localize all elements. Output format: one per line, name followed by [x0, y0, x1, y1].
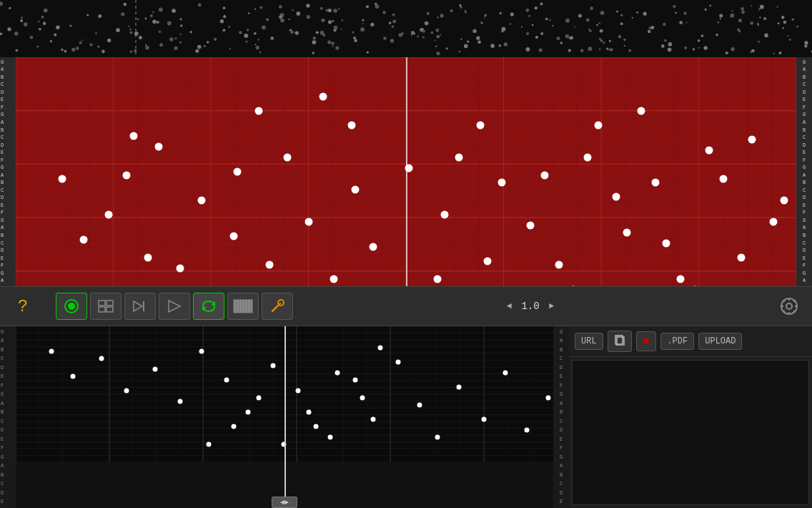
tempo-right-arrow[interactable]: ►: [546, 300, 557, 313]
svg-rect-10: [237, 300, 239, 313]
play-button[interactable]: [159, 293, 190, 320]
mini-roll[interactable]: GABCD EFGAB CDEFG ABCDE GABCD EFGAB CDEF…: [0, 326, 569, 508]
svg-rect-4: [99, 307, 105, 312]
record-dot-button[interactable]: ●: [636, 331, 657, 351]
mini-playhead: [284, 326, 286, 497]
svg-rect-13: [245, 300, 247, 313]
piano-roll-grid[interactable]: [16, 57, 796, 286]
scroll-handle[interactable]: ◄►: [272, 497, 297, 508]
scroll-arrows-icon: ◄►: [280, 499, 289, 507]
panel-buttons: URL ● .PDF UPLOAD: [569, 326, 812, 357]
help-button[interactable]: ?: [7, 293, 39, 320]
play-step-button[interactable]: [124, 293, 156, 320]
tempo-value: 1.0: [518, 301, 543, 312]
clip-button[interactable]: [608, 331, 632, 352]
svg-marker-8: [169, 301, 180, 312]
svg-rect-9: [234, 300, 236, 313]
svg-line-18: [279, 303, 281, 305]
bottom-section: GABCD EFGAB CDEFG ABCDE GABCD EFGAB CDEF…: [0, 326, 812, 508]
record-button[interactable]: [56, 293, 87, 320]
wrench-button[interactable]: [262, 293, 293, 320]
pdf-button[interactable]: .PDF: [660, 333, 694, 350]
piano-button[interactable]: [227, 293, 259, 320]
svg-rect-2: [99, 301, 105, 306]
main-piano-roll[interactable]: GABCD EFGAB CDEFG ABCDE FGABC DEFGA GABC…: [0, 57, 812, 286]
tempo-left-arrow[interactable]: ◄: [504, 300, 515, 313]
upload-button[interactable]: UPLOAD: [698, 333, 742, 350]
svg-marker-6: [134, 301, 142, 311]
note-labels-left: GABCD EFGAB CDEFG ABCDE FGABC DEFGA: [0, 57, 16, 286]
settings-button[interactable]: [773, 293, 805, 320]
svg-point-19: [786, 303, 792, 309]
svg-rect-11: [239, 300, 242, 313]
note-labels-right: GABCD EFGAB CDEFG ABCDE FGABC DEFGA: [796, 57, 812, 286]
svg-rect-15: [251, 300, 252, 313]
loop-button[interactable]: [193, 293, 224, 320]
tempo-control: ◄ 1.0 ►: [504, 300, 557, 313]
svg-point-1: [68, 303, 75, 310]
mini-roll-labels-right: GABCD EFGAB CDEFG ABCDE: [553, 326, 569, 508]
pattern-button[interactable]: [90, 293, 122, 320]
svg-rect-5: [107, 307, 113, 312]
svg-rect-14: [248, 300, 250, 313]
url-button[interactable]: URL: [575, 333, 603, 350]
svg-rect-12: [242, 300, 244, 313]
playhead-main: [406, 57, 407, 286]
toolbar: ?: [0, 286, 812, 326]
svg-rect-3: [107, 301, 113, 306]
right-panel: URL ● .PDF UPLOAD: [569, 326, 812, 508]
top-waveform: [0, 0, 812, 57]
mini-roll-inner[interactable]: [16, 326, 553, 497]
mini-roll-labels-left: GABCD EFGAB CDEFG ABCDE: [0, 326, 16, 508]
